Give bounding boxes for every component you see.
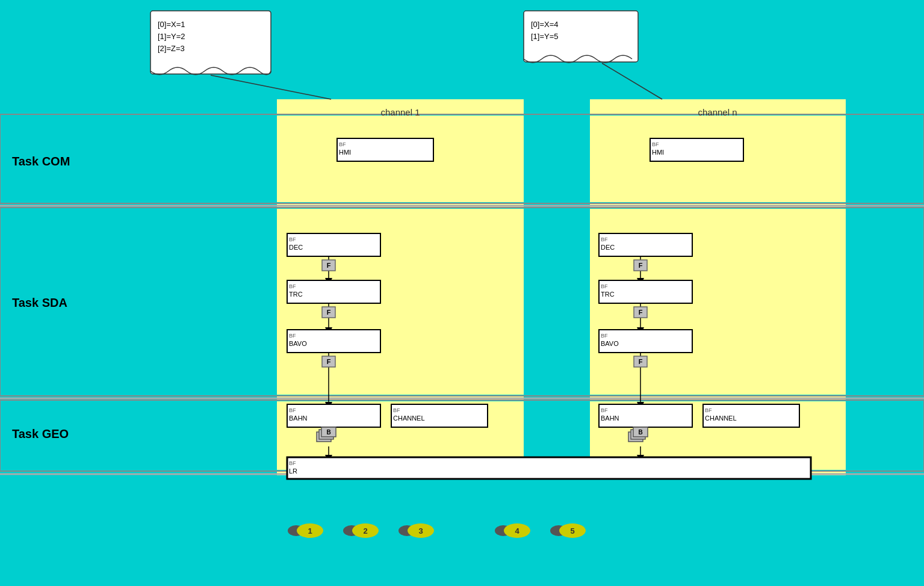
svg-rect-63 <box>287 280 380 303</box>
channeln-label: channel n <box>698 107 737 117</box>
svg-text:[0]=X=1: [0]=X=1 <box>158 20 185 29</box>
svg-rect-71 <box>634 307 647 318</box>
svg-rect-97 <box>319 430 333 439</box>
svg-marker-22 <box>325 327 332 335</box>
svg-text:BF: BF <box>652 141 659 147</box>
svg-text:3: 3 <box>418 526 423 535</box>
svg-text:BF: BF <box>601 236 608 242</box>
svg-text:BAHN: BAHN <box>601 415 619 422</box>
svg-text:BF: BF <box>601 283 608 289</box>
svg-text:[0]=X=4: [0]=X=4 <box>531 20 559 29</box>
svg-rect-69 <box>322 307 335 318</box>
svg-rect-6 <box>277 209 524 395</box>
svg-point-119 <box>495 525 512 536</box>
svg-rect-3 <box>277 116 524 202</box>
svg-text:BF: BF <box>289 407 296 413</box>
svg-rect-86 <box>391 404 488 427</box>
svg-rect-105 <box>633 427 648 437</box>
svg-marker-28 <box>325 432 332 439</box>
svg-text:BF: BF <box>601 333 608 339</box>
svg-point-110 <box>288 525 305 536</box>
svg-text:F: F <box>639 262 643 269</box>
svg-text:LR: LR <box>289 467 297 475</box>
svg-text:F: F <box>327 358 331 365</box>
svg-marker-16 <box>325 260 332 268</box>
svg-text:F: F <box>327 262 331 269</box>
svg-rect-125 <box>150 11 271 74</box>
svg-marker-44 <box>637 432 644 439</box>
svg-rect-89 <box>599 404 692 427</box>
svg-text:1: 1 <box>308 526 312 535</box>
svg-marker-18 <box>325 278 332 286</box>
svg-text:B: B <box>636 431 640 438</box>
svg-rect-50 <box>650 138 743 161</box>
svg-text:BF: BF <box>289 333 296 339</box>
svg-text:BF: BF <box>601 407 608 413</box>
svg-point-114 <box>352 523 379 538</box>
svg-text:BF: BF <box>339 141 346 147</box>
svg-rect-8 <box>0 400 924 471</box>
svg-marker-30 <box>325 455 332 463</box>
svg-rect-107 <box>287 457 811 479</box>
svg-text:F: F <box>639 309 643 316</box>
svg-text:[1]=Y=2: [1]=Y=2 <box>158 32 185 41</box>
svg-text:BF: BF <box>289 236 296 242</box>
svg-point-111 <box>297 523 323 538</box>
svg-text:BAVO: BAVO <box>289 340 307 347</box>
svg-rect-53 <box>287 233 380 256</box>
svg-rect-56 <box>599 233 692 256</box>
svg-text:F: F <box>639 358 643 365</box>
svg-text:[1]=Y=5: [1]=Y=5 <box>531 32 559 41</box>
svg-text:TRC: TRC <box>601 291 615 298</box>
svg-rect-66 <box>599 280 692 303</box>
svg-text:CHANNEL: CHANNEL <box>705 415 737 422</box>
svg-text:BF: BF <box>289 283 296 289</box>
task-com-label: Task COM <box>12 155 70 168</box>
svg-marker-36 <box>637 307 644 315</box>
svg-text:[2]=Z=3: [2]=Z=3 <box>158 44 185 53</box>
svg-marker-46 <box>637 455 644 463</box>
svg-rect-79 <box>322 356 335 367</box>
svg-rect-7 <box>590 209 846 395</box>
svg-text:BF: BF <box>289 460 296 466</box>
svg-rect-10 <box>590 401 846 470</box>
svg-text:BF: BF <box>393 407 400 413</box>
svg-marker-42 <box>637 402 644 410</box>
svg-point-122 <box>550 525 567 536</box>
svg-rect-4 <box>590 116 846 202</box>
svg-rect-101 <box>628 432 643 442</box>
svg-text:F: F <box>327 309 331 316</box>
svg-text:B: B <box>633 434 637 440</box>
svg-rect-9 <box>277 401 524 470</box>
svg-rect-11 <box>0 475 924 586</box>
channel1-label: channel 1 <box>380 107 420 117</box>
diagram: channel 1 channel n <box>0 0 924 586</box>
svg-marker-24 <box>325 356 332 364</box>
svg-rect-2 <box>0 114 924 203</box>
svg-rect-1 <box>590 99 846 480</box>
svg-text:BAHN: BAHN <box>289 415 308 422</box>
svg-rect-5 <box>0 208 924 396</box>
svg-marker-32 <box>637 260 644 268</box>
svg-text:TRC: TRC <box>289 291 303 298</box>
svg-point-113 <box>343 525 360 536</box>
svg-rect-0 <box>277 99 524 480</box>
svg-rect-59 <box>322 260 335 271</box>
svg-text:2: 2 <box>363 526 367 535</box>
task-geo-label: Task GEO <box>12 427 69 440</box>
svg-rect-61 <box>634 260 647 271</box>
svg-rect-47 <box>337 138 433 161</box>
svg-point-123 <box>559 523 586 538</box>
svg-marker-26 <box>325 402 332 410</box>
svg-point-116 <box>398 525 415 536</box>
svg-point-117 <box>408 523 434 538</box>
svg-text:DEC: DEC <box>289 244 303 251</box>
svg-rect-76 <box>599 330 692 353</box>
svg-marker-20 <box>325 307 332 315</box>
task-sda-label: Task SDA <box>12 296 67 309</box>
svg-text:5: 5 <box>570 526 574 535</box>
diagram-svg: channel 1 channel n <box>0 0 924 586</box>
svg-line-133 <box>602 63 662 99</box>
svg-text:BF: BF <box>705 407 712 413</box>
svg-text:HMI: HMI <box>652 149 664 156</box>
